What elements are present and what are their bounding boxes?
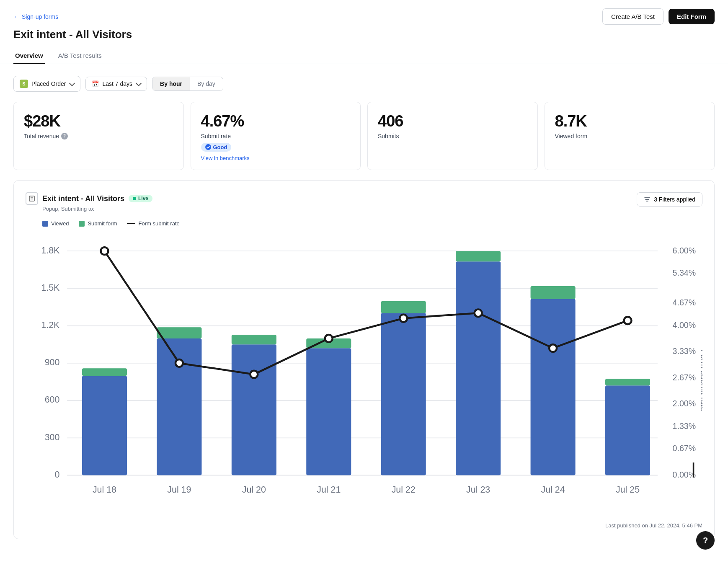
stat-value-revenue: $28K	[24, 112, 173, 130]
tabs-bar: Overview A/B Test results	[0, 48, 728, 64]
by-day-button[interactable]: By day	[190, 77, 223, 90]
svg-rect-22	[232, 344, 276, 475]
svg-point-38	[400, 315, 407, 322]
svg-rect-1	[29, 196, 34, 201]
svg-text:2.67%: 2.67%	[673, 373, 696, 382]
back-label: Sign-up forms	[22, 13, 58, 20]
chart-title: Exit intent - All Visitors	[42, 194, 124, 203]
svg-text:3.33%: 3.33%	[673, 346, 696, 356]
shopify-icon: S	[20, 80, 28, 88]
svg-rect-29	[456, 251, 501, 261]
stats-row: $28K Total revenue ? 4.67% Submit rate G…	[13, 102, 715, 170]
svg-text:4.00%: 4.00%	[673, 320, 696, 330]
tab-overview[interactable]: Overview	[13, 48, 45, 64]
chart-subtitle: Popup, Submitting to:	[42, 206, 152, 212]
filters-applied-button[interactable]: 3 Filters applied	[637, 192, 702, 207]
check-icon	[205, 144, 211, 150]
svg-text:5.34%: 5.34%	[673, 268, 696, 277]
stat-card-viewed: 8.7K Viewed form	[545, 102, 715, 170]
legend-rate-label: Form submit rate	[138, 220, 179, 227]
stat-label-submits: Submits	[378, 133, 527, 139]
svg-rect-33	[605, 379, 650, 385]
legend-line	[127, 223, 135, 224]
back-arrow-icon: ←	[13, 13, 19, 20]
svg-rect-18	[82, 376, 127, 475]
svg-text:1.33%: 1.33%	[673, 421, 696, 431]
svg-text:Jul 25: Jul 25	[616, 485, 640, 495]
filter-row: S Placed Order 📅 Last 7 days By hour By …	[13, 76, 715, 92]
svg-text:0.00%: 0.00%	[673, 470, 696, 479]
svg-text:Jul 20: Jul 20	[242, 485, 266, 495]
legend-row: Viewed Submit form Form submit rate	[42, 220, 702, 227]
svg-text:4.67%: 4.67%	[673, 298, 696, 307]
svg-point-41	[624, 317, 632, 324]
filter-icon	[644, 196, 651, 203]
last-published: Last published on Jul 22, 2024, 5:46 PM	[26, 522, 702, 529]
bar-chart: 1.8K 1.5K 1.2K 900 600 300 0	[30, 231, 702, 515]
date-range-filter[interactable]: 📅 Last 7 days	[85, 77, 147, 91]
svg-rect-23	[232, 335, 276, 344]
svg-text:2.00%: 2.00%	[673, 399, 696, 408]
placed-order-filter[interactable]: S Placed Order	[13, 76, 80, 92]
svg-rect-30	[531, 299, 576, 475]
back-link[interactable]: ← Sign-up forms	[13, 13, 58, 20]
svg-text:Form submit rate: Form submit rate	[699, 349, 702, 411]
calendar-icon: 📅	[92, 80, 99, 87]
svg-text:0: 0	[54, 470, 59, 480]
svg-text:1.8K: 1.8K	[41, 245, 60, 256]
stat-label-revenue: Total revenue ?	[24, 133, 173, 139]
live-label: Live	[138, 196, 148, 201]
svg-text:6.00%: 6.00%	[673, 246, 696, 255]
tab-ab-results[interactable]: A/B Test results	[57, 48, 103, 64]
chart-card: Exit intent - All Visitors Live Popup, S…	[13, 180, 715, 539]
svg-text:Jul 18: Jul 18	[93, 485, 116, 495]
page-title: Exit intent - All Visitors	[0, 25, 728, 41]
legend-submit: Submit form	[79, 220, 117, 227]
form-icon	[26, 192, 38, 205]
svg-rect-28	[456, 261, 501, 475]
svg-point-35	[176, 359, 183, 367]
svg-point-40	[549, 344, 557, 352]
edit-form-button[interactable]: Edit Form	[669, 9, 715, 24]
filters-applied-label: 3 Filters applied	[654, 196, 695, 203]
svg-point-34	[101, 247, 108, 255]
svg-rect-26	[381, 313, 426, 475]
placed-order-label: Placed Order	[31, 80, 66, 87]
chevron-down-icon	[69, 80, 75, 86]
good-badge: Good	[201, 143, 232, 152]
svg-text:Jul 19: Jul 19	[167, 485, 191, 495]
benchmark-link[interactable]: View in benchmarks	[201, 155, 351, 161]
time-toggle: By hour By day	[152, 77, 223, 91]
info-icon[interactable]: ?	[61, 133, 68, 139]
chart-area: 1.8K 1.5K 1.2K 900 600 300 0	[30, 231, 702, 515]
svg-text:1.2K: 1.2K	[41, 320, 60, 330]
svg-point-39	[475, 309, 482, 317]
stat-value-viewed: 8.7K	[555, 112, 705, 130]
top-actions: Create A/B Test Edit Form	[602, 8, 715, 25]
legend-viewed: Viewed	[42, 220, 69, 227]
legend-blue-swatch	[42, 221, 48, 227]
svg-point-36	[250, 371, 258, 378]
svg-text:600: 600	[45, 395, 60, 405]
help-button[interactable]: ?	[696, 531, 715, 550]
legend-rate: Form submit rate	[127, 220, 179, 227]
live-badge: Live	[129, 195, 152, 202]
svg-rect-27	[381, 301, 426, 313]
good-label: Good	[213, 144, 227, 150]
stat-label-submitrate: Submit rate	[201, 133, 351, 139]
stat-label-viewed: Viewed form	[555, 133, 705, 139]
stat-card-submitrate: 4.67% Submit rate Good View in benchmark…	[191, 102, 361, 170]
by-hour-button[interactable]: By hour	[152, 77, 190, 90]
svg-rect-21	[157, 327, 201, 338]
svg-point-37	[325, 335, 333, 342]
create-ab-button[interactable]: Create A/B Test	[602, 8, 663, 25]
legend-green-swatch	[79, 221, 85, 227]
svg-text:Jul 21: Jul 21	[317, 485, 341, 495]
stat-card-revenue: $28K Total revenue ?	[13, 102, 184, 170]
svg-text:Jul 23: Jul 23	[466, 485, 490, 495]
svg-text:900: 900	[45, 357, 60, 367]
legend-submit-label: Submit form	[88, 220, 117, 227]
svg-text:0.67%: 0.67%	[673, 444, 696, 453]
chevron-down-icon	[136, 80, 142, 86]
legend-viewed-label: Viewed	[51, 220, 69, 227]
